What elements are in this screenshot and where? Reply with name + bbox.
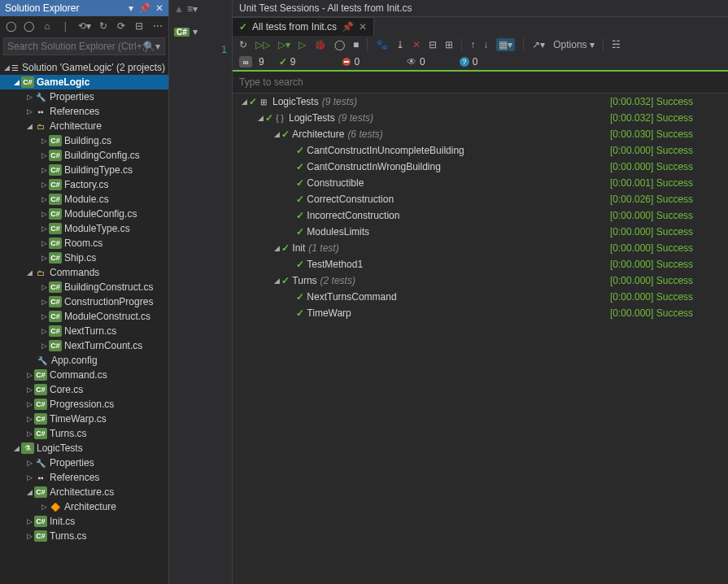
expand-arrow-icon[interactable]: ▷: [39, 239, 49, 247]
expand-arrow-icon[interactable]: ▷: [24, 429, 34, 438]
run-dropdown-icon[interactable]: ▷▾: [278, 39, 290, 50]
test-class[interactable]: ◢✓ Turns(2 tests)[0:00.000] Success: [233, 272, 728, 289]
file-item[interactable]: ▷C#Turns.cs: [0, 529, 168, 543]
search-input[interactable]: [3, 37, 165, 55]
passed-tests[interactable]: ✓9: [279, 56, 296, 68]
expand-arrow-icon[interactable]: ▷: [39, 327, 49, 335]
refresh-icon[interactable]: ↻: [98, 20, 109, 33]
repeat-icon[interactable]: ↻: [239, 39, 247, 50]
references-node[interactable]: ▷ ▪▪ References: [0, 470, 168, 485]
expand-arrow-icon[interactable]: ▷: [39, 342, 49, 350]
dropdown-icon[interactable]: ▾: [193, 26, 198, 37]
expand-arrow-icon[interactable]: ▷: [24, 415, 34, 423]
file-item[interactable]: ▷C#Module.cs: [0, 192, 168, 207]
explorer-search[interactable]: 🔍▾: [3, 37, 165, 55]
expand-arrow-icon[interactable]: ▷: [39, 181, 49, 189]
nav-dropdown-icon[interactable]: ≡▾: [187, 3, 198, 15]
stop-icon[interactable]: ■: [353, 39, 359, 50]
home-icon[interactable]: ⌂: [41, 20, 53, 33]
results-search-input[interactable]: [239, 75, 721, 89]
run-all-icon[interactable]: ▷▷: [255, 39, 270, 50]
file-item[interactable]: ▷C#Room.cs: [0, 236, 168, 251]
expand-arrow-icon[interactable]: ▷: [39, 298, 49, 306]
project-logictests[interactable]: ◢ ⚗ LogicTests: [0, 441, 168, 455]
track-icon[interactable]: 🐾: [376, 39, 388, 50]
properties-node[interactable]: ▷ 🔧 Properties: [0, 455, 168, 470]
test-item[interactable]: ✓ TestMethod1[0:00.000] Success: [233, 256, 728, 272]
file-item[interactable]: ▷C#BuildingConfig.cs: [0, 148, 168, 163]
project-gamelogic[interactable]: ◢ C# GameLogic: [0, 75, 168, 89]
expand-arrow-icon[interactable]: ▷: [24, 473, 34, 482]
sync2-icon[interactable]: ⟳: [116, 20, 127, 33]
test-item[interactable]: ✓ IncorrectConstruction[0:00.000] Succes…: [233, 207, 728, 224]
close-icon[interactable]: ✕: [359, 21, 367, 33]
file-item[interactable]: ▷C#Command.cs: [0, 368, 168, 382]
expand-arrow-icon[interactable]: ▷: [39, 283, 49, 291]
collapse-arrow-icon[interactable]: ◢: [272, 130, 281, 138]
more-icon[interactable]: ⋯: [152, 20, 163, 33]
properties-node[interactable]: ▷ 🔧 Properties: [0, 89, 168, 104]
file-item[interactable]: ▷C#ModuleConfig.cs: [0, 207, 168, 221]
expand-arrow-icon[interactable]: ▷: [39, 503, 49, 511]
auto-scroll-icon[interactable]: ⤓: [396, 39, 404, 50]
prev-icon[interactable]: ↑: [470, 39, 475, 50]
lock-icon[interactable]: ☵: [612, 39, 621, 50]
test-item[interactable]: ✓ CantConstructInUncompleteBuilding[0:00…: [233, 142, 728, 159]
expand-arrow-icon[interactable]: ▷: [39, 151, 49, 159]
file-item[interactable]: ▷C#Progression.cs: [0, 397, 168, 412]
collapse-arrow-icon[interactable]: ◢: [272, 244, 281, 252]
collapse-arrow-icon[interactable]: ◢: [11, 444, 21, 452]
folder-commands[interactable]: ◢ 🗀 Commands: [0, 265, 168, 280]
back-icon[interactable]: ◯: [5, 20, 16, 33]
pin-icon[interactable]: 📌: [138, 2, 150, 14]
file-item[interactable]: ▷C#Ship.cs: [0, 251, 168, 265]
file-item[interactable]: ▷C#Core.cs: [0, 382, 168, 397]
expand-arrow-icon[interactable]: ▷: [39, 312, 49, 320]
collapse-arrow-icon[interactable]: ◢: [24, 488, 34, 496]
test-item[interactable]: ✓ TimeWarp[0:00.000] Success: [233, 305, 728, 321]
dropdown-icon[interactable]: ▾: [129, 2, 133, 14]
unknown-tests[interactable]: ?0: [460, 56, 478, 68]
file-item[interactable]: ▷C#ConstructionProgres: [0, 294, 168, 309]
collapse-arrow-icon[interactable]: ◢: [24, 268, 34, 277]
forward-icon[interactable]: ◯: [23, 20, 34, 33]
collapse-arrow-icon[interactable]: ◢: [24, 122, 34, 130]
expand-arrow-icon[interactable]: ▷: [24, 371, 34, 379]
expand-arrow-icon[interactable]: ▷: [39, 166, 49, 174]
expand-all-icon[interactable]: ⊞: [445, 39, 453, 50]
expand-arrow-icon[interactable]: ▷: [39, 195, 49, 203]
file-item[interactable]: ▷C#BuildingType.cs: [0, 163, 168, 177]
search-icon[interactable]: 🔍▾: [143, 41, 160, 52]
file-item[interactable]: ▷C#TimeWarp.cs: [0, 412, 168, 426]
group-icon[interactable]: ▦▾: [496, 38, 515, 51]
collapse-arrow-icon[interactable]: ◢: [11, 78, 21, 86]
close-icon[interactable]: ✕: [155, 2, 163, 14]
sync-icon[interactable]: ⟲▾: [78, 20, 91, 33]
total-tests[interactable]: ∞9: [239, 56, 264, 68]
file-item[interactable]: ▷C#NextTurn.cs: [0, 324, 168, 338]
expand-arrow-icon[interactable]: ▷: [39, 210, 49, 218]
expand-arrow-icon[interactable]: ▷: [24, 386, 34, 394]
expand-arrow-icon[interactable]: ▷: [24, 93, 34, 101]
options-dropdown[interactable]: Options ▾: [553, 39, 595, 50]
file-item[interactable]: 🔧 App.config: [0, 353, 168, 368]
failed-tests[interactable]: 0: [342, 56, 360, 68]
run-icon[interactable]: ▷: [299, 39, 306, 50]
expand-arrow-icon[interactable]: ▷: [24, 517, 34, 525]
expand-arrow-icon[interactable]: ▷: [24, 400, 34, 408]
test-item[interactable]: ✓ CantConstructInWrongBuilding[0:00.000]…: [233, 159, 728, 175]
solution-node[interactable]: ◢ ☰ Solution 'GameLogic' (2 projects): [0, 60, 168, 75]
remove-icon[interactable]: ✕: [412, 39, 421, 50]
file-item[interactable]: ▷C#ModuleConstruct.cs: [0, 309, 168, 324]
debug-icon[interactable]: 🐞: [314, 39, 326, 50]
results-search[interactable]: [233, 72, 728, 94]
expand-arrow-icon[interactable]: ▷: [39, 254, 49, 262]
collapse-arrow-icon[interactable]: ◢: [239, 98, 249, 106]
file-item[interactable]: ▷C#BuildingConstruct.cs: [0, 280, 168, 294]
expand-arrow-icon[interactable]: ▷: [39, 137, 49, 145]
file-item[interactable]: ▷C#Building.cs: [0, 133, 168, 148]
file-item[interactable]: ▷C#Turns.cs: [0, 426, 168, 441]
collapse-icon[interactable]: ⊟: [133, 20, 145, 33]
file-item[interactable]: ▷C#ModuleType.cs: [0, 221, 168, 236]
pin-icon[interactable]: 📌: [342, 21, 354, 33]
